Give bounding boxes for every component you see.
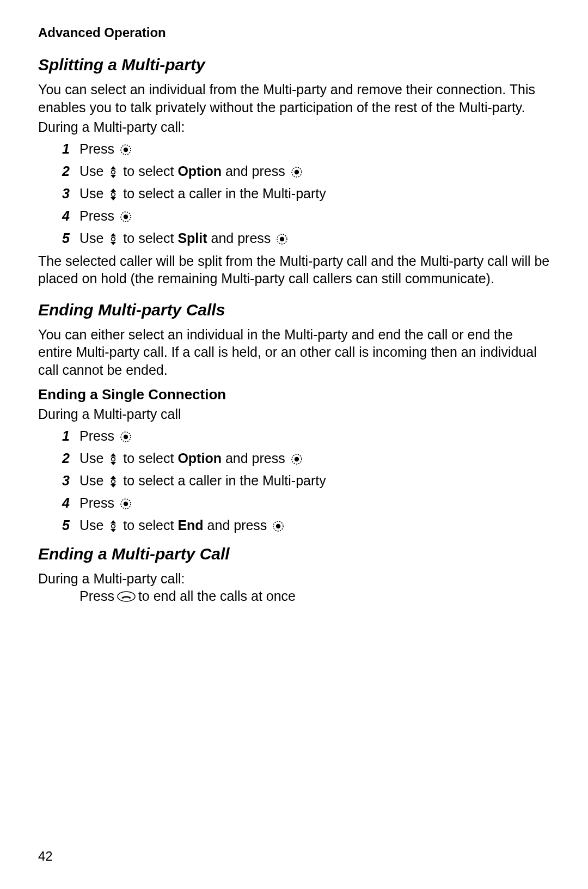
step: 5 Use to select End and press	[38, 516, 550, 535]
split-intro: You can select an individual from the Mu…	[38, 81, 550, 116]
bold-text: Option	[177, 163, 222, 179]
select-button-icon	[120, 431, 132, 443]
step-text: Press	[79, 427, 550, 446]
text: to select	[119, 163, 177, 179]
svg-point-13	[112, 457, 115, 461]
text: and press	[207, 230, 275, 246]
step-text: Press	[79, 139, 550, 159]
step-text: Press	[79, 494, 550, 513]
text: Press	[79, 141, 118, 156]
text: Use	[79, 450, 107, 466]
select-button-icon	[291, 453, 303, 465]
step: 1 Press	[38, 139, 550, 159]
nav-up-down-icon	[109, 166, 118, 179]
svg-point-15	[294, 457, 298, 461]
text: Press	[79, 588, 114, 604]
end-single-lead: During a Multi-party call	[38, 405, 550, 423]
step: 5 Use to select Split and press	[38, 229, 550, 248]
step-number: 2	[38, 449, 79, 468]
step: 3 Use to select a caller in the Multi-pa…	[38, 471, 550, 490]
section-title-ending-all: Ending a Multi-party Call	[38, 545, 550, 563]
step-number: 2	[38, 162, 79, 181]
subsection-title-ending-single: Ending a Single Connection	[38, 386, 550, 403]
step: 2 Use to select Option and press	[38, 162, 550, 181]
nav-up-down-icon	[109, 475, 118, 488]
svg-point-21	[276, 524, 280, 528]
end-multi-intro: You can either select an individual in t…	[38, 326, 550, 379]
section-title-ending-multi: Ending Multi-party Calls	[38, 301, 550, 319]
step: 1 Press	[38, 427, 550, 446]
text: to end all the calls at once	[138, 588, 296, 604]
svg-point-7	[124, 215, 128, 219]
step-number: 5	[38, 516, 79, 535]
end-all-lead: During a Multi-party call:	[38, 570, 550, 588]
svg-point-8	[112, 237, 115, 241]
step-number: 1	[38, 139, 79, 159]
nav-up-down-icon	[109, 233, 118, 246]
svg-point-12	[124, 435, 128, 439]
step-text: Use to select Split and press	[79, 229, 550, 248]
nav-up-down-icon	[109, 188, 118, 201]
svg-point-1	[124, 148, 128, 152]
page-number: 42	[38, 849, 53, 864]
step-text: Press	[79, 206, 550, 226]
select-button-icon	[120, 211, 132, 223]
step-number: 4	[38, 494, 79, 513]
end-all-step: Press to end all the calls at once	[38, 588, 550, 604]
text: and press	[222, 450, 289, 466]
text: and press	[204, 517, 271, 533]
step-number: 4	[38, 206, 79, 226]
page-header: Advanced Operation	[38, 25, 550, 40]
text: Press	[79, 495, 118, 510]
text: Use	[79, 230, 107, 246]
select-button-icon	[120, 498, 132, 510]
select-button-icon	[272, 520, 284, 532]
svg-point-18	[124, 502, 128, 506]
text: to select a caller in the Multi-party	[119, 186, 326, 201]
text: to select	[119, 517, 177, 533]
split-lead: During a Multi-party call:	[38, 118, 550, 136]
text: Use	[79, 186, 107, 201]
text: Press	[79, 428, 118, 443]
bold-text: Option	[177, 450, 222, 466]
text: to select	[119, 450, 177, 466]
text: Use	[79, 163, 107, 179]
nav-up-down-icon	[109, 453, 118, 466]
text: Use	[79, 473, 107, 488]
text: Press	[79, 208, 118, 223]
text: to select	[119, 230, 177, 246]
step: 2 Use to select Option and press	[38, 449, 550, 468]
split-steps: 1 Press 2 Use to select Option and press…	[38, 139, 550, 248]
step-number: 5	[38, 229, 79, 248]
bold-text: Split	[177, 230, 207, 246]
svg-point-2	[112, 170, 115, 174]
step: 3 Use to select a caller in the Multi-pa…	[38, 184, 550, 203]
step-text: Use to select a caller in the Multi-part…	[79, 471, 550, 490]
select-button-icon	[120, 144, 132, 156]
text: Use	[79, 517, 107, 533]
svg-point-19	[112, 524, 115, 528]
end-call-button-icon	[117, 591, 136, 602]
step: 4 Press	[38, 206, 550, 226]
nav-up-down-icon	[109, 520, 118, 533]
svg-point-4	[294, 170, 298, 174]
bold-text: End	[177, 517, 203, 533]
svg-point-5	[112, 192, 115, 196]
step-text: Use to select a caller in the Multi-part…	[79, 184, 550, 203]
end-single-steps: 1 Press 2 Use to select Option and press…	[38, 427, 550, 535]
svg-point-10	[280, 237, 284, 241]
step-text: Use to select Option and press	[79, 449, 550, 468]
step-number: 3	[38, 184, 79, 203]
svg-point-16	[112, 479, 115, 483]
step-text: Use to select Option and press	[79, 162, 550, 181]
step-text: Use to select End and press	[79, 516, 550, 535]
split-tail: The selected caller will be split from t…	[38, 252, 550, 288]
section-title-splitting: Splitting a Multi-party	[38, 56, 550, 74]
step-number: 3	[38, 471, 79, 490]
step-number: 1	[38, 427, 79, 446]
step: 4 Press	[38, 494, 550, 513]
text: to select a caller in the Multi-party	[119, 473, 326, 488]
select-button-icon	[291, 166, 303, 178]
text: and press	[222, 163, 289, 179]
select-button-icon	[276, 233, 288, 245]
